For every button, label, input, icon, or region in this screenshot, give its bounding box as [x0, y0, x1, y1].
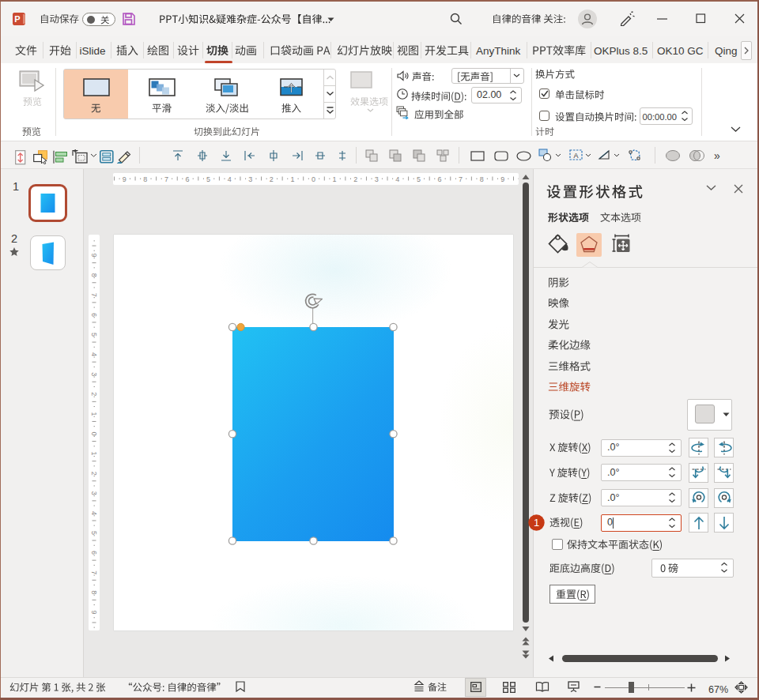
svg-text:4: 4: [395, 175, 399, 183]
svg-text:0: 0: [312, 175, 315, 183]
svg-text:6: 6: [437, 175, 441, 183]
svg-text:7: 7: [90, 293, 98, 297]
svg-text:P: P: [14, 14, 20, 24]
svg-text:8: 8: [480, 175, 484, 183]
svg-text:9: 9: [90, 610, 98, 614]
svg-text:2: 2: [270, 175, 274, 183]
svg-text:4: 4: [90, 511, 98, 515]
svg-text:6: 6: [186, 175, 190, 183]
svg-text:3: 3: [375, 175, 379, 183]
svg-text:5: 5: [206, 175, 210, 183]
svg-text:7: 7: [164, 175, 168, 183]
svg-text:5: 5: [90, 531, 98, 535]
svg-text:7: 7: [90, 570, 98, 574]
svg-text:5: 5: [417, 175, 421, 183]
svg-text:3: 3: [248, 175, 252, 183]
svg-text:1: 1: [90, 452, 98, 456]
svg-text:8: 8: [143, 175, 147, 183]
svg-text:5: 5: [90, 333, 98, 337]
svg-text:8: 8: [90, 590, 98, 594]
svg-text:3: 3: [90, 491, 98, 495]
svg-text:0: 0: [90, 431, 98, 435]
svg-text:8: 8: [90, 273, 98, 277]
svg-text:2: 2: [353, 175, 357, 183]
svg-text:1: 1: [290, 175, 294, 183]
svg-text:2: 2: [90, 392, 98, 396]
svg-text:6: 6: [90, 313, 98, 317]
svg-text:3: 3: [90, 372, 98, 376]
svg-text:2: 2: [90, 472, 98, 476]
svg-text:1: 1: [333, 175, 337, 183]
svg-text:9: 9: [123, 175, 126, 183]
svg-text:4: 4: [228, 175, 232, 183]
svg-text:7: 7: [459, 175, 463, 183]
svg-text:9: 9: [90, 254, 98, 258]
svg-text:1: 1: [90, 412, 98, 416]
svg-text:4: 4: [90, 352, 98, 356]
svg-text:9: 9: [500, 175, 504, 183]
svg-text:6: 6: [90, 551, 98, 555]
svg-text:1: 1: [534, 517, 539, 529]
svg-text:A: A: [573, 152, 578, 160]
